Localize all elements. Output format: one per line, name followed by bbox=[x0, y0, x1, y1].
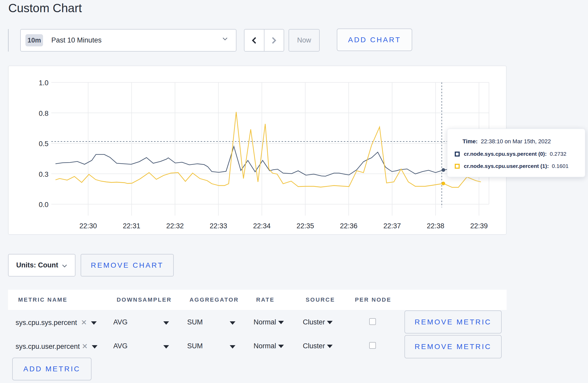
svg-text:22:30: 22:30 bbox=[79, 222, 97, 230]
svg-text:22:35: 22:35 bbox=[297, 222, 314, 230]
svg-text:22:37: 22:37 bbox=[383, 222, 401, 230]
svg-text:0.3: 0.3 bbox=[39, 171, 48, 178]
svg-text:22:36: 22:36 bbox=[340, 222, 358, 230]
svg-text:1.0: 1.0 bbox=[39, 79, 48, 87]
svg-text:22:31: 22:31 bbox=[123, 222, 141, 230]
svg-text:22:38: 22:38 bbox=[427, 222, 444, 230]
svg-text:0.0: 0.0 bbox=[39, 201, 48, 209]
svg-text:0.8: 0.8 bbox=[39, 110, 48, 117]
svg-text:22:39: 22:39 bbox=[470, 222, 488, 230]
svg-text:22:33: 22:33 bbox=[210, 222, 227, 230]
svg-text:22:34: 22:34 bbox=[253, 222, 271, 230]
svg-text:0.5: 0.5 bbox=[39, 140, 48, 148]
svg-text:22:32: 22:32 bbox=[166, 222, 184, 230]
